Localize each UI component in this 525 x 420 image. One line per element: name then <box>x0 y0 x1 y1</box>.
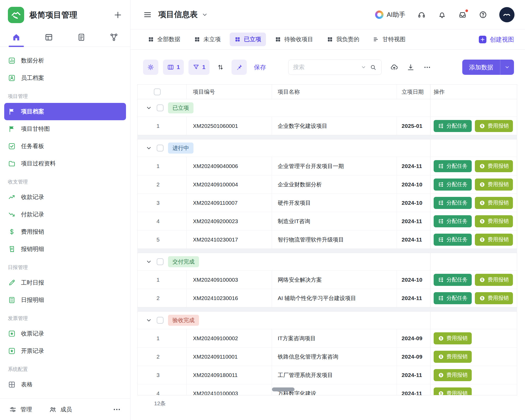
support-headset-icon[interactable] <box>417 10 426 19</box>
sidebar-tab-home[interactable] <box>5 28 28 47</box>
table-row[interactable]: 4 XM202409200023 制造业IT咨询 2024-11 分配任务$费用… <box>138 212 517 230</box>
sidebar-item[interactable]: 项目甘特图 <box>4 120 126 138</box>
sidebar-tab-docs[interactable] <box>70 28 93 47</box>
sidebar-item[interactable]: 表格 <box>4 376 126 393</box>
user-avatar[interactable] <box>499 7 514 22</box>
view-tab[interactable]: 全部数据 <box>143 33 185 46</box>
create-view-button[interactable]: 创建视图 <box>479 35 514 44</box>
expense-claim-button[interactable]: $费用报销 <box>475 160 513 172</box>
assign-task-button[interactable]: 分配任务 <box>434 234 472 246</box>
add-data-dropdown[interactable] <box>500 64 514 70</box>
collapse-chevron-icon[interactable] <box>145 317 152 324</box>
column-header-project-name[interactable]: 项目名称 <box>272 85 397 99</box>
collapse-chevron-icon[interactable] <box>145 104 152 111</box>
view-tab[interactable]: 未立项 <box>189 33 225 46</box>
table-row[interactable]: 1 XM202501060001 企业数字化建设项目 2025-01 分配任务$… <box>138 117 517 135</box>
expense-claim-button[interactable]: $费用报销 <box>434 369 472 381</box>
expense-claim-button[interactable]: $费用报销 <box>475 234 513 246</box>
expense-claim-button[interactable]: $费用报销 <box>475 274 513 286</box>
sidebar-item[interactable]: 流程 <box>4 393 126 398</box>
members-button[interactable]: 成员 <box>49 406 72 413</box>
sidebar-item[interactable]: 开票记录 <box>4 342 126 360</box>
group-checkbox[interactable] <box>157 145 164 151</box>
sidebar-item[interactable]: 付款记录 <box>4 206 126 223</box>
assign-task-button[interactable]: 分配任务 <box>434 197 472 209</box>
table-row[interactable]: 3 XM202409180011 工厂管理系统开发项目 2024-11 $费用报… <box>138 366 517 384</box>
sidebar-item[interactable]: 工时日报 <box>4 274 126 291</box>
sidebar-tab-tables[interactable] <box>38 28 60 47</box>
hamburger-menu-icon[interactable] <box>143 10 152 19</box>
expense-claim-button[interactable]: $费用报销 <box>434 351 472 363</box>
inbox-button[interactable] <box>458 10 467 19</box>
more-actions-icon[interactable] <box>423 63 431 71</box>
upload-icon[interactable] <box>390 63 398 71</box>
table-row[interactable]: 1 XM202409100002 IT方案咨询项目 2024-09 $费用报销 <box>138 329 517 347</box>
view-tab[interactable]: 我负责的 <box>322 33 364 46</box>
group-checkbox[interactable] <box>157 104 164 111</box>
expense-claim-button[interactable]: $费用报销 <box>434 387 472 395</box>
search-icon[interactable] <box>370 64 377 71</box>
select-all-checkbox[interactable] <box>154 88 161 95</box>
pin-button[interactable] <box>232 60 247 75</box>
sidebar-item[interactable]: 项目过程资料 <box>4 155 126 172</box>
expense-claim-button[interactable]: $费用报销 <box>475 215 513 227</box>
expense-claim-button[interactable]: $费用报销 <box>475 197 513 209</box>
grid4-icon <box>194 36 200 43</box>
sidebar-item[interactable]: 员工档案 <box>4 69 126 87</box>
assign-task-button[interactable]: 分配任务 <box>434 292 472 304</box>
table-row[interactable]: 3 XM202409110007 硬件开发项目 2024-10 分配任务$费用报… <box>138 193 517 212</box>
table-row[interactable]: 2 XM202410230016 AI 辅助个性化学习平台建设项目 2024-1… <box>138 289 517 307</box>
page-title-dropdown[interactable]: 项目信息表 <box>158 9 208 20</box>
column-header-start-date[interactable]: 立项日期 <box>397 85 430 99</box>
settings-button[interactable] <box>143 60 158 75</box>
table-row[interactable]: 5 XM202410230017 智行物流管理软件升级项目 2024-11 分配… <box>138 230 517 249</box>
more-icon[interactable] <box>112 405 121 414</box>
sidebar-item[interactable]: 费用报销 <box>4 223 126 240</box>
expense-claim-button[interactable]: $费用报销 <box>475 120 513 132</box>
collapse-chevron-icon[interactable] <box>145 258 152 265</box>
sidebar-item[interactable]: 收票记录 <box>4 325 126 342</box>
group-checkbox[interactable] <box>157 258 164 265</box>
view-tab[interactable]: 待验收项目 <box>270 33 318 46</box>
help-icon[interactable] <box>479 10 487 19</box>
horizontal-scrollbar[interactable] <box>272 387 295 391</box>
notifications-bell-icon[interactable] <box>438 10 446 19</box>
sidebar-item[interactable]: 报销明细 <box>4 240 126 258</box>
assign-task-button[interactable]: 分配任务 <box>434 178 472 191</box>
field-config-button[interactable]: 1 <box>163 60 184 75</box>
add-data-button[interactable]: 添加数据 <box>462 60 514 75</box>
assign-task-button[interactable]: 分配任务 <box>434 215 472 227</box>
cell-start-date: 2024-10 <box>397 175 430 193</box>
collapse-chevron-icon[interactable] <box>145 145 152 151</box>
expense-claim-button[interactable]: $费用报销 <box>434 332 472 344</box>
sidebar-item[interactable]: 收款记录 <box>4 188 126 206</box>
table-row[interactable]: 2 XM202409110001 铁路信息化管理方案咨询 2024-09 $费用… <box>138 347 517 366</box>
view-tab[interactable]: 已立项 <box>230 33 266 46</box>
sort-button[interactable] <box>214 60 227 75</box>
ai-assistant-button[interactable]: AI助手 <box>375 10 405 19</box>
sidebar-item[interactable]: 任务看板 <box>4 138 126 155</box>
chevron-down-icon[interactable] <box>361 64 366 70</box>
manage-button[interactable]: 管理 <box>9 406 32 413</box>
expense-claim-button[interactable]: $费用报销 <box>475 292 513 304</box>
expense-claim-button[interactable]: $费用报销 <box>475 178 513 191</box>
sidebar-tab-flows[interactable] <box>103 28 125 47</box>
column-header-project-id[interactable]: 项目编号 <box>186 85 272 99</box>
download-icon[interactable] <box>407 63 415 71</box>
table-row[interactable]: 1 XM202409040006 企业管理平台开发项目一期 2024-11 分配… <box>138 157 517 175</box>
sidebar-item[interactable]: 数据分析 <box>4 52 126 69</box>
save-button[interactable]: 保存 <box>254 63 266 71</box>
filter-button[interactable]: 1 <box>188 60 209 75</box>
sidebar-item[interactable]: 日报明细 <box>4 291 126 309</box>
search-input[interactable]: 搜索 <box>288 60 382 75</box>
assign-task-button[interactable]: 分配任务 <box>434 120 472 132</box>
add-workspace-icon[interactable] <box>113 10 122 19</box>
table-row[interactable]: 2 XM202409100004 企业业财数据分析 2024-10 分配任务$费… <box>138 175 517 193</box>
assign-task-button[interactable]: 分配任务 <box>434 160 472 172</box>
sidebar-item[interactable]: 项目档案 <box>4 103 126 120</box>
table-row[interactable]: 1 XM202409100003 网络安全解决方案 2024-10 分配任务$费… <box>138 270 517 289</box>
table-row[interactable]: 4 XM202410100003 万科数字化建设 2024-11 $费用报销 <box>138 384 517 395</box>
assign-task-button[interactable]: 分配任务 <box>434 274 472 286</box>
view-tab[interactable]: 甘特视图 <box>368 33 410 46</box>
group-checkbox[interactable] <box>157 317 164 324</box>
